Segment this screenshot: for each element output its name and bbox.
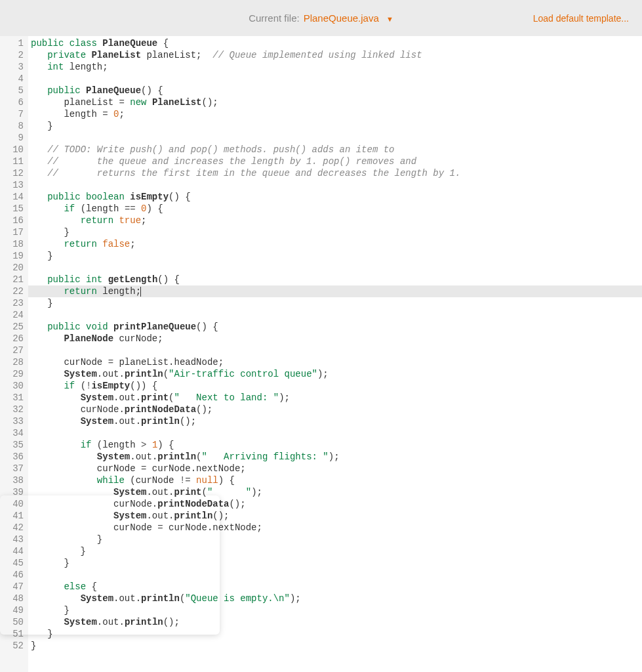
code-line[interactable]: public class PlaneQueue {	[31, 37, 642, 49]
code-line[interactable]: System.out.print(" ");	[31, 486, 642, 498]
line-number: 10	[0, 144, 24, 156]
code-line[interactable]: while (curNode != null) {	[31, 474, 642, 486]
line-number: 39	[0, 486, 24, 498]
code-line[interactable]	[31, 345, 642, 356]
line-number: 13	[0, 179, 24, 191]
code-line[interactable]: }	[31, 534, 642, 545]
line-number: 22	[0, 285, 24, 297]
code-line[interactable]	[31, 73, 642, 85]
code-line[interactable]: curNode = planeList.headNode;	[31, 356, 642, 368]
line-number: 25	[0, 321, 24, 333]
line-number: 38	[0, 474, 24, 486]
line-number: 12	[0, 167, 24, 179]
code-line[interactable]: // the queue and increases the length by…	[31, 156, 642, 167]
code-line[interactable]: if (length > 1) {	[31, 439, 642, 451]
code-line[interactable]: }	[31, 628, 642, 640]
line-number: 37	[0, 463, 24, 474]
line-number: 29	[0, 368, 24, 380]
line-number: 28	[0, 356, 24, 368]
code-line[interactable]: else {	[31, 581, 642, 593]
code-line[interactable]: System.out.println();	[31, 415, 642, 427]
code-line[interactable]: length = 0;	[31, 108, 642, 120]
code-area[interactable]: public class PlaneQueue { private PlaneL…	[28, 36, 642, 672]
line-number: 16	[0, 215, 24, 226]
filename-dropdown[interactable]: PlaneQueue.java ▼	[304, 12, 393, 24]
line-number: 42	[0, 522, 24, 534]
code-line[interactable]: System.out.println("Queue is empty.\n");	[31, 593, 642, 604]
code-line[interactable]	[31, 569, 642, 581]
code-line[interactable]: }	[31, 640, 642, 652]
header-bar: Current file: PlaneQueue.java ▼ Load def…	[0, 0, 642, 36]
line-number: 48	[0, 593, 24, 604]
code-line[interactable]: curNode.printNodeData();	[31, 404, 642, 415]
code-line[interactable]	[31, 427, 642, 439]
line-number: 20	[0, 262, 24, 274]
code-line[interactable]: return true;	[31, 215, 642, 226]
code-line[interactable]: }	[31, 226, 642, 238]
code-line[interactable]: curNode = curNode.nextNode;	[31, 522, 642, 534]
chevron-down-icon: ▼	[386, 15, 393, 23]
code-line[interactable]	[31, 309, 642, 321]
code-line[interactable]: PlaneNode curNode;	[31, 333, 642, 345]
code-line[interactable]: public PlaneQueue() {	[31, 85, 642, 96]
line-number: 15	[0, 203, 24, 215]
line-number: 35	[0, 439, 24, 451]
code-line[interactable]: public int getLength() {	[31, 274, 642, 285]
code-line[interactable]: System.out.println();	[31, 510, 642, 522]
line-number: 36	[0, 451, 24, 463]
code-line[interactable]	[31, 179, 642, 191]
code-line[interactable]: }	[31, 120, 642, 132]
code-line[interactable]: System.out.println("Air-traffic control …	[31, 368, 642, 380]
line-number: 31	[0, 392, 24, 404]
line-number: 21	[0, 274, 24, 285]
line-number: 26	[0, 333, 24, 345]
code-line[interactable]: }	[31, 545, 642, 557]
line-number: 11	[0, 156, 24, 167]
filename-text: PlaneQueue.java	[304, 12, 379, 24]
line-number: 33	[0, 415, 24, 427]
line-number: 7	[0, 108, 24, 120]
code-line[interactable]: return false;	[31, 238, 642, 250]
text-cursor	[140, 287, 141, 297]
code-line[interactable]: System.out.println(" Arriving flights: "…	[31, 451, 642, 463]
line-number: 41	[0, 510, 24, 522]
code-line[interactable]: System.out.print(" Next to land: ");	[31, 392, 642, 404]
load-default-link[interactable]: Load default template...	[533, 13, 629, 24]
code-line[interactable]: System.out.println();	[31, 616, 642, 628]
code-line[interactable]: int length;	[31, 61, 642, 73]
line-number: 24	[0, 309, 24, 321]
line-number: 5	[0, 85, 24, 96]
code-line[interactable]: curNode = curNode.nextNode;	[31, 463, 642, 474]
line-number: 30	[0, 380, 24, 392]
code-line[interactable]: }	[31, 604, 642, 616]
line-number: 47	[0, 581, 24, 593]
line-number: 8	[0, 120, 24, 132]
code-line[interactable]: public boolean isEmpty() {	[31, 191, 642, 203]
code-line[interactable]: return length;	[28, 285, 642, 297]
line-number: 9	[0, 132, 24, 144]
code-line[interactable]: if (!isEmpty()) {	[31, 380, 642, 392]
code-line[interactable]: }	[31, 250, 642, 262]
line-number: 52	[0, 640, 24, 652]
code-line[interactable]: curNode.printNodeData();	[31, 498, 642, 510]
line-number-gutter: 1234567891011121314151617181920212223242…	[0, 36, 28, 672]
line-number: 49	[0, 604, 24, 616]
line-number: 4	[0, 73, 24, 85]
code-line[interactable]	[31, 132, 642, 144]
code-line[interactable]: // TODO: Write push() and pop() methods.…	[31, 144, 642, 156]
code-line[interactable]: planeList = new PlaneList();	[31, 96, 642, 108]
line-number: 6	[0, 96, 24, 108]
code-editor[interactable]: 1234567891011121314151617181920212223242…	[0, 36, 642, 672]
line-number: 17	[0, 226, 24, 238]
line-number: 34	[0, 427, 24, 439]
current-file-label: Current file:	[249, 12, 300, 24]
code-line[interactable]: if (length == 0) {	[31, 203, 642, 215]
code-line[interactable]: }	[31, 557, 642, 569]
line-number: 23	[0, 297, 24, 309]
code-line[interactable]: }	[31, 297, 642, 309]
code-line[interactable]	[31, 262, 642, 274]
line-number: 44	[0, 545, 24, 557]
code-line[interactable]: // returns the first item in the queue a…	[31, 167, 642, 179]
code-line[interactable]: public void printPlaneQueue() {	[31, 321, 642, 333]
code-line[interactable]: private PlaneList planeList; // Queue im…	[31, 49, 642, 61]
